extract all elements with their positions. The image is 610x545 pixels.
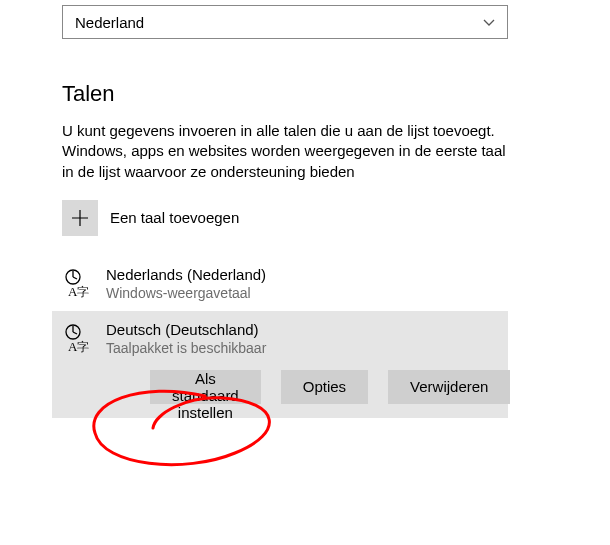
svg-line-7 [73,332,77,334]
country-dropdown-value: Nederland [75,14,144,31]
svg-text:字: 字 [77,340,89,353]
language-pack-icon: A 字 [62,268,92,298]
plus-icon [62,200,98,236]
add-language-button[interactable]: Een taal toevoegen [62,200,610,236]
language-item-deutsch[interactable]: A 字 Deutsch (Deutschland) Taalpakket is … [52,311,508,418]
svg-line-2 [73,277,77,279]
options-button[interactable]: Opties [281,370,368,404]
set-default-button[interactable]: Als standaard instellen [150,370,261,404]
language-name: Nederlands (Nederland) [106,266,266,283]
chevron-down-icon [483,14,495,30]
remove-button[interactable]: Verwijderen [388,370,510,404]
language-subtext: Taalpakket is beschikbaar [106,340,510,356]
languages-description: U kunt gegevens invoeren in alle talen d… [62,121,507,182]
language-item-nederlands[interactable]: A 字 Nederlands (Nederland) Windows-weerg… [62,256,508,311]
language-subtext: Windows-weergavetaal [106,285,266,301]
language-pack-icon: A 字 [62,323,92,353]
svg-text:字: 字 [77,285,89,298]
language-name: Deutsch (Deutschland) [106,321,510,338]
country-dropdown[interactable]: Nederland [62,5,508,39]
languages-section-title: Talen [62,81,610,107]
add-language-label: Een taal toevoegen [110,209,239,226]
